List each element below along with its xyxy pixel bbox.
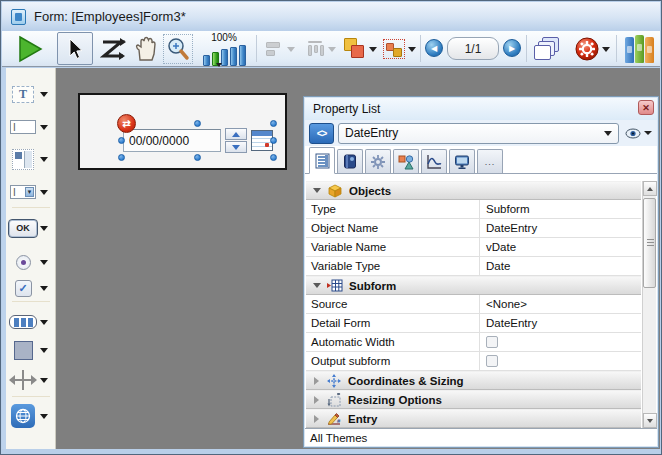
section-header-entry[interactable]: # Entry (306, 409, 641, 428)
property-value[interactable]: DateEntry (480, 314, 641, 332)
radio-button-tool[interactable] (8, 248, 56, 276)
tab-curve[interactable] (421, 149, 447, 173)
code-editor-button[interactable]: <> (309, 123, 334, 144)
zoom-bar-4[interactable] (230, 47, 237, 66)
selection-handle-top-right[interactable] (270, 120, 277, 127)
run-form-button[interactable] (14, 34, 46, 64)
button-tool[interactable]: OK (8, 214, 56, 242)
input-tool-dropdown-arrow[interactable] (40, 125, 48, 130)
property-value[interactable]: Date (480, 257, 641, 275)
input-field-tool[interactable]: I (8, 113, 56, 141)
checkbox-tool-dropdown-arrow[interactable] (40, 286, 48, 291)
settings-button[interactable] (570, 36, 614, 62)
property-row[interactable]: Object Name DateEntry (306, 219, 641, 238)
zoom-level-control[interactable]: 100% (196, 32, 252, 66)
expand-triangle-icon[interactable] (314, 396, 319, 404)
entry-order-button[interactable] (97, 35, 129, 63)
property-value[interactable]: <None> (480, 295, 641, 313)
object-selector-dropdown[interactable]: DateEntry (338, 123, 619, 144)
distribute-dropdown-arrow[interactable] (328, 47, 336, 52)
date-entry-field[interactable]: 00/00/0000 (123, 129, 221, 152)
property-row[interactable]: Source <None> (306, 295, 641, 314)
view-options-button[interactable] (625, 128, 653, 139)
property-value[interactable]: Subform (480, 200, 641, 218)
button-grid-tool[interactable] (8, 308, 56, 336)
section-header-resizing[interactable]: Resizing Options (306, 390, 641, 409)
date-stepper[interactable] (225, 128, 247, 153)
stepper-down-button[interactable] (225, 141, 247, 153)
selection-handle-bottom-right[interactable] (270, 154, 277, 161)
subform-badge-icon[interactable]: ⇄ (117, 114, 136, 133)
property-row[interactable]: Type Subform (306, 200, 641, 219)
automatic-width-checkbox[interactable] (486, 336, 498, 348)
property-value[interactable]: DateEntry (480, 219, 641, 237)
web-area-tool[interactable] (8, 402, 56, 430)
combobox-tool-dropdown-arrow[interactable] (40, 190, 48, 195)
tab-shapes[interactable] (393, 149, 419, 173)
selection-handle-middle-left[interactable] (118, 137, 125, 144)
collapse-triangle-icon[interactable] (313, 283, 321, 288)
property-row[interactable]: Automatic Width (306, 333, 641, 352)
section-header-coordinates[interactable]: Coordinates & Sizing (306, 371, 641, 390)
radio-tool-dropdown-arrow[interactable] (40, 260, 48, 265)
section-header-subform[interactable]: Subform (306, 276, 641, 295)
windows-button[interactable] (532, 35, 566, 63)
move-tool-button[interactable] (130, 34, 162, 64)
level-button[interactable] (342, 35, 378, 63)
selection-handle-middle-right[interactable] (270, 137, 277, 144)
zoom-bar-3[interactable] (221, 49, 228, 66)
zoom-bar-1[interactable] (203, 55, 210, 66)
zoom-tool-button[interactable] (163, 34, 193, 64)
zoom-bar-5[interactable] (239, 45, 246, 66)
level-dropdown-arrow[interactable] (369, 47, 377, 52)
duplicate-button[interactable] (380, 37, 418, 61)
property-grid-scrollbar[interactable] (642, 181, 656, 428)
next-page-button[interactable]: ▶ (503, 39, 521, 57)
splitter-tool[interactable] (8, 366, 56, 394)
library-button[interactable] (622, 35, 658, 63)
collapse-triangle-icon[interactable] (313, 188, 321, 193)
tab-gear[interactable] (365, 149, 391, 173)
selection-handle-top-middle[interactable] (194, 120, 201, 127)
align-button[interactable] (262, 37, 298, 61)
zoom-bars-icon[interactable] (203, 45, 246, 66)
form-page-area[interactable]: 00/00/0000 ⇄ (78, 93, 287, 170)
section-header-objects[interactable]: Objects (306, 181, 641, 200)
selection-tool-button[interactable] (57, 32, 93, 65)
distribute-button[interactable] (302, 37, 340, 61)
themes-footer[interactable]: All Themes (305, 428, 657, 446)
output-subform-checkbox[interactable] (486, 355, 498, 367)
close-button[interactable]: ✕ (638, 100, 654, 115)
title-bar[interactable]: Form: [Employees]Form3* (2, 2, 660, 31)
text-tool-dropdown-arrow[interactable] (40, 92, 48, 97)
listbox-tool-dropdown-arrow[interactable] (40, 157, 48, 162)
expand-triangle-icon[interactable] (314, 377, 319, 385)
stepper-up-button[interactable] (225, 128, 247, 140)
duplicate-dropdown-arrow[interactable] (408, 47, 416, 52)
rectangle-tool-dropdown-arrow[interactable] (40, 348, 48, 353)
expand-triangle-icon[interactable] (314, 415, 319, 423)
combobox-tool[interactable]: I▼ (8, 178, 56, 206)
button-tool-dropdown-arrow[interactable] (40, 226, 48, 231)
button-grid-dropdown-arrow[interactable] (40, 320, 48, 325)
static-text-tool[interactable]: T (8, 80, 56, 108)
property-row[interactable]: Variable Type Date (306, 257, 641, 276)
tab-property-grid[interactable] (309, 147, 335, 174)
scrollbar-down-button[interactable] (643, 413, 657, 428)
previous-page-button[interactable]: ◀ (425, 39, 443, 57)
web-area-dropdown-arrow[interactable] (40, 414, 48, 419)
property-row[interactable]: Detail Form DateEntry (306, 314, 641, 333)
rectangle-tool[interactable] (8, 336, 56, 364)
tab-book[interactable] (337, 149, 363, 173)
property-row[interactable]: Output subform (306, 352, 641, 371)
tab-more[interactable]: ... (477, 149, 503, 173)
settings-dropdown-arrow[interactable] (602, 47, 610, 52)
tab-display[interactable] (449, 149, 475, 173)
splitter-tool-dropdown-arrow[interactable] (40, 378, 48, 383)
property-value[interactable]: vDate (480, 238, 641, 256)
property-list-title-bar[interactable]: Property List (305, 98, 657, 120)
selection-handle-bottom-middle[interactable] (194, 154, 201, 161)
selection-handle-bottom-left[interactable] (118, 154, 125, 161)
scrollbar-thumb[interactable] (643, 198, 656, 288)
listbox-tool[interactable] (8, 144, 56, 174)
